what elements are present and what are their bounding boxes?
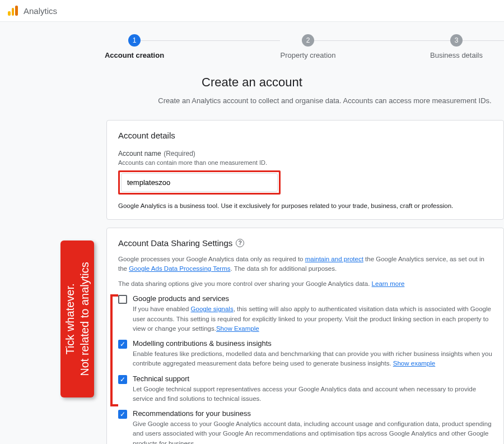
hero-section: Create an account Create an Analytics ac…: [0, 65, 504, 112]
checkbox-title: Google products and services: [133, 294, 492, 303]
link-data-processing-terms[interactable]: Google Ads Data Processing Terms: [129, 265, 230, 272]
step-label: Property creation: [281, 51, 336, 59]
annotation-text: Tick whatever. Not related to analytics: [63, 262, 92, 376]
analytics-logo-icon: [8, 6, 18, 16]
page-title: Create an account: [11, 75, 493, 90]
checkbox-modelling: ✓ Modelling contributions & business ins…: [118, 339, 492, 369]
checkbox-title: Modelling contributions & business insig…: [133, 339, 492, 348]
checkbox-technical-support: ✓ Technical support Let Google technical…: [118, 374, 492, 404]
checkbox-desc: Give Google access to your Google Analyt…: [133, 419, 492, 444]
sharing-intro-2: The data sharing options give you more c…: [118, 279, 492, 289]
step-label: Account creation: [105, 51, 164, 59]
link-maintain-protect[interactable]: maintain and protect: [305, 256, 363, 262]
account-name-input[interactable]: [121, 173, 278, 192]
checkbox-recommendations: ✓ Recommendations for your business Give…: [118, 409, 492, 444]
page-subtitle: Create an Analytics account to collect a…: [157, 95, 493, 107]
checkbox-desc: If you have enabled Google signals, this…: [133, 304, 492, 334]
step-label: Business details: [430, 51, 483, 59]
link-show-example[interactable]: Show Example: [216, 325, 259, 332]
account-name-highlight: [118, 170, 281, 195]
link-show-example[interactable]: Show example: [393, 360, 435, 367]
annotation-callout: Tick whatever. Not related to analytics: [60, 240, 94, 397]
sharing-intro-1: Google processes your Google Analytics d…: [118, 255, 492, 274]
checkbox-title: Recommendations for your business: [133, 409, 492, 418]
account-details-card: Account details Account name (Required) …: [106, 120, 504, 220]
disclaimer-text: Google Analytics is a business tool. Use…: [118, 202, 492, 209]
app-header: Analytics: [0, 0, 504, 22]
stepper: 1 Account creation 2 Property creation 3…: [0, 22, 504, 65]
checkbox[interactable]: [118, 295, 127, 304]
data-sharing-card: Account Data Sharing Settings ? Google p…: [106, 228, 504, 445]
step-business-details: 3 Business details: [409, 34, 504, 59]
help-icon[interactable]: ?: [236, 239, 244, 247]
checkbox[interactable]: ✓: [118, 375, 127, 384]
step-account-creation: 1 Account creation: [62, 34, 207, 59]
step-number: 3: [450, 34, 463, 47]
step-property-creation: 2 Property creation: [207, 34, 409, 59]
checkbox-desc: Let Google technical support representat…: [133, 385, 492, 404]
card-title: Account Data Sharing Settings: [118, 238, 232, 248]
app-name: Analytics: [24, 6, 57, 16]
checkbox[interactable]: ✓: [118, 410, 127, 419]
checkbox-desc: Enable features like predictions, modell…: [133, 349, 492, 369]
required-hint: (Required): [164, 150, 195, 158]
checkbox-google-products: Google products and services If you have…: [118, 294, 492, 334]
checkbox[interactable]: ✓: [118, 340, 127, 349]
checkbox-title: Technical support: [133, 374, 492, 383]
step-number: 2: [302, 34, 314, 47]
annotation-bracket-icon: [110, 294, 118, 406]
link-learn-more[interactable]: Learn more: [372, 280, 405, 287]
step-number: 1: [128, 34, 141, 47]
field-sublabel: Accounts can contain more than one measu…: [118, 159, 492, 166]
field-label: Account name: [118, 150, 161, 158]
card-title: Account details: [118, 131, 492, 140]
link-google-signals[interactable]: Google signals: [191, 306, 234, 312]
